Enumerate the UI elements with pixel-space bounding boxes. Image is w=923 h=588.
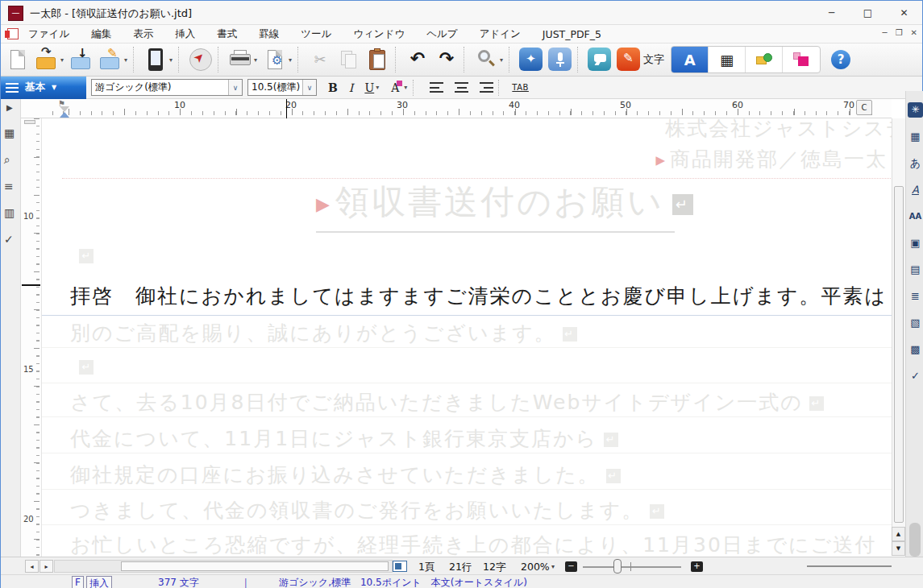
scroll-left-button[interactable]: ◂ (25, 560, 39, 573)
f-mode-button[interactable]: F (72, 576, 84, 588)
kana-input-icon[interactable]: あ (908, 155, 923, 171)
help-button[interactable]: ? (829, 48, 853, 72)
font-size-icon[interactable]: AA (908, 209, 923, 224)
font-name-dropdown-icon[interactable]: ∨ (228, 80, 242, 95)
page-list-icon[interactable]: ▥ (4, 206, 15, 219)
company-line[interactable]: 株式会社ジャストシステム (665, 118, 892, 142)
font-name-select[interactable]: 游ゴシック(標準) ∨ (91, 79, 243, 96)
insert-mode-button[interactable]: 挿入 (86, 576, 112, 588)
zoom-slider-track[interactable] (583, 566, 681, 568)
justsystem-tool-button[interactable] (783, 46, 820, 73)
scroll-right-button[interactable]: ▸ (39, 560, 53, 573)
menu-file[interactable]: ファイル (28, 25, 69, 43)
voice-input-button[interactable] (548, 48, 572, 72)
indent-marker[interactable] (60, 106, 69, 118)
body-line[interactable]: つきまして、代金の領収書のご発行をお願いいたします。↵ (70, 497, 664, 524)
menu-border[interactable]: 罫線 (259, 25, 279, 43)
paste-button[interactable] (366, 48, 390, 72)
department-line[interactable]: ▶商品開発部／徳島一太 (655, 146, 888, 172)
horizontal-scrollbar-thumb[interactable] (121, 561, 389, 571)
outline-panel-icon[interactable]: ≡ (4, 180, 14, 193)
ruler-c-button[interactable]: C (856, 100, 872, 115)
navigation-compass-button[interactable]: ➤ (189, 48, 213, 72)
style-selector[interactable]: 基本 ▼ (1, 77, 86, 99)
menu-view[interactable]: 表示 (133, 25, 153, 43)
vertical-scrollbar[interactable] (892, 118, 905, 527)
menu-window[interactable]: ウィンドウ (353, 25, 405, 43)
comment-button[interactable] (588, 48, 612, 72)
font-size-select[interactable]: 10.5(標準) ∨ (247, 79, 317, 96)
zoom-out-button[interactable]: − (565, 561, 577, 572)
addon-puzzle-button[interactable]: ✦ (519, 48, 543, 72)
tool-palette-icon[interactable]: ✳ (908, 102, 923, 118)
bold-button[interactable]: B (328, 81, 338, 94)
table-mode-button[interactable]: ▦ (709, 46, 746, 73)
font-style-icon[interactable]: A (908, 182, 923, 197)
align-center-button[interactable] (455, 82, 468, 93)
open-dropdown[interactable]: ▾ (60, 56, 64, 64)
print-settings-button[interactable]: ⚙ (263, 48, 287, 72)
redo-button[interactable]: ↷ (434, 48, 459, 72)
font-color-button[interactable]: A (391, 81, 399, 94)
underline-dropdown[interactable]: ▾ (376, 84, 379, 91)
hamburger-icon[interactable] (6, 83, 19, 93)
copies-icon[interactable]: ▤ (908, 262, 923, 277)
date-insert-icon[interactable]: ▦ (908, 129, 923, 144)
check-icon[interactable]: ✓ (908, 368, 923, 383)
menu-format[interactable]: 書式 (217, 25, 237, 43)
minimize-button[interactable]: ─ (813, 1, 850, 25)
menu-just-pdf[interactable]: JUST_PDF_5 (543, 26, 601, 43)
viewer-dropdown[interactable]: ▾ (169, 56, 173, 64)
tab-button[interactable]: TAB (512, 83, 529, 92)
pattern-icon[interactable]: ▩ (908, 342, 923, 357)
font-size-dropdown-icon[interactable]: ∨ (302, 80, 316, 95)
document-title-line[interactable]: ▶領収書送付のお願い↵ (316, 180, 693, 225)
vertical-scrollbar-thumb[interactable] (894, 186, 904, 523)
paragraph-format-icon[interactable]: ≣ (908, 288, 923, 304)
new-document-button[interactable] (6, 48, 30, 72)
search-panel-icon[interactable]: ⌕ (4, 153, 10, 167)
menu-edit[interactable]: 編集 (91, 25, 111, 43)
menu-help[interactable]: ヘルプ (426, 25, 457, 43)
italic-button[interactable]: I (349, 81, 354, 94)
horizontal-ruler[interactable]: ⚑ 10 20 30 40 50 60 70 C (1, 99, 892, 118)
vertical-ruler[interactable]: 10 15 20 (21, 118, 41, 557)
open-file-button[interactable]: ↷ (35, 48, 59, 72)
zoom-in-button[interactable]: + (691, 561, 703, 572)
zoom-dropdown-icon[interactable]: ▾ (551, 563, 555, 570)
menu-addin[interactable]: アドイン (480, 25, 521, 43)
viewer-mode-button[interactable] (143, 48, 168, 72)
cut-button[interactable]: ✂ (308, 48, 332, 72)
body-line[interactable]: お忙しいところ恐縮ですが、経理手続き上の都合により、11月30日までにご送付 (70, 532, 876, 557)
doc-restore-button[interactable]: ❐ (896, 28, 903, 37)
page-number-icon[interactable]: ▧ (908, 315, 923, 330)
search-dropdown[interactable]: ▾ (500, 56, 503, 64)
undo-button[interactable]: ↶ (405, 48, 430, 72)
body-line[interactable]: 御社規定の口座にお振り込みさせていただきました。↵ (70, 462, 621, 488)
doc-close-button[interactable]: ✕ (911, 28, 917, 37)
document-page[interactable]: 株式会社ジャストシステム ▶商品開発部／徳島一太 ▶領収書送付のお願い↵ ↵ 拝… (41, 118, 892, 557)
maximize-button[interactable]: □ (850, 1, 886, 25)
close-button[interactable]: ✕ (886, 1, 922, 25)
zoom-level[interactable]: 200% (521, 561, 550, 573)
panel-scroll-indicator[interactable] (909, 523, 921, 557)
font-color-dropdown[interactable]: ▾ (404, 84, 407, 91)
search-button[interactable] (474, 48, 498, 72)
body-line[interactable]: 代金について、11月1日にジャスト銀行東京支店から↵ (70, 425, 618, 452)
copy-button[interactable] (337, 48, 361, 72)
underline-button[interactable]: U (364, 81, 374, 94)
text-correction-button[interactable]: ✎ (617, 48, 641, 72)
expand-panel-icon[interactable]: ▶ (6, 103, 13, 112)
print-dropdown[interactable]: ▾ (254, 56, 257, 64)
document-icon[interactable] (7, 28, 19, 39)
body-line[interactable]: さて、去る10月8日付でご納品いただきましたWebサイトデザイン一式の↵ (70, 389, 824, 416)
char-mode-button[interactable]: A (671, 46, 709, 73)
zoom-slider-thumb[interactable] (613, 559, 622, 574)
shape-mode-button[interactable] (746, 46, 783, 73)
save-as-button[interactable]: ✎ (98, 48, 123, 72)
block-select-icon[interactable]: ▦ (4, 126, 15, 139)
doc-minimize-button[interactable]: ─ (883, 28, 888, 37)
align-right-button[interactable] (480, 82, 493, 93)
splitter-handle[interactable] (807, 565, 892, 567)
print-button[interactable] (228, 48, 252, 72)
